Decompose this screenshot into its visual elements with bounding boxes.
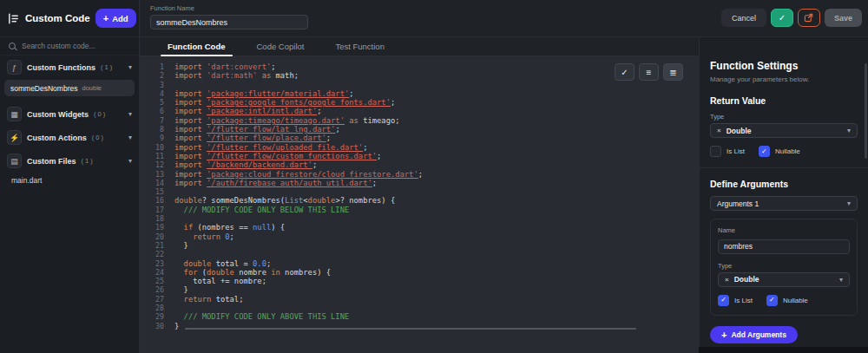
section-label: Custom Functions xyxy=(27,63,95,72)
double-type-icon: × xyxy=(717,127,721,134)
editor-toolbar: ✓ ≡ ≣ xyxy=(615,63,683,81)
code-line: 12import '/backend/backend.dart'; xyxy=(140,160,699,169)
code-line: 10import '/flutter_flow/uploaded_file.da… xyxy=(140,143,699,152)
section-count: ( 1 ) xyxy=(101,63,123,71)
align-icon: ≡ xyxy=(647,68,652,77)
code-line: 16double? sommeDesNombres(List<double>? … xyxy=(140,196,699,205)
plus-icon: + xyxy=(721,330,727,340)
code-line: 27 return total; xyxy=(140,295,699,304)
chevron-down-icon: ▾ xyxy=(839,276,843,284)
check-icon: ✓ xyxy=(761,148,767,155)
argument-type-value: Double xyxy=(734,275,834,284)
section-count: ( 1 ) xyxy=(82,157,123,165)
code-lines: 1import 'dart:convert';2import 'dart:mat… xyxy=(140,62,699,330)
search-icon xyxy=(9,42,16,49)
function-item-type: double xyxy=(82,84,102,92)
widgets-icon: ▦ xyxy=(7,107,22,121)
section-count: ( 0 ) xyxy=(94,110,123,118)
check-code-button[interactable]: ✓ xyxy=(615,63,635,81)
chevron-down-icon: ▾ xyxy=(128,63,132,71)
arguments-group-dropdown[interactable]: Arguments 1 ▾ xyxy=(710,196,858,211)
code-line: 9import '/flutter_flow/place.dart'; xyxy=(140,134,699,142)
plus-icon: + xyxy=(103,14,108,23)
argument-is-list-checkbox[interactable]: ✓ xyxy=(718,295,729,306)
code-line: 20 return 0; xyxy=(140,232,699,241)
function-name-label: Function Name xyxy=(150,4,721,12)
topbar: Function Name Cancel ✓ Save xyxy=(140,0,868,37)
argument-name-label: Name xyxy=(718,226,850,234)
argument-nullable-checkbox[interactable]: ✓ xyxy=(766,295,778,306)
function-name-input[interactable] xyxy=(150,15,308,29)
format-icon: ≣ xyxy=(669,68,676,77)
code-line: 24 for (double nombre in nombres) { xyxy=(140,268,699,277)
code-line: 15 xyxy=(140,187,699,196)
code-line: 21 } xyxy=(140,241,699,250)
return-is-list-checkbox[interactable] xyxy=(710,146,721,157)
section-label: Custom Widgets xyxy=(27,110,89,119)
return-nullable-checkbox[interactable]: ✓ xyxy=(759,146,770,157)
code-line: 26 } xyxy=(140,285,699,294)
return-type-dropdown[interactable]: × Double ▾ xyxy=(710,123,858,138)
code-line: 5import 'package:google_fonts/google_fon… xyxy=(140,98,699,107)
chevron-down-icon: ▾ xyxy=(128,157,132,165)
code-line: 22 xyxy=(140,250,699,258)
code-line: 3 xyxy=(140,81,699,89)
argument-editor: Name Type × Double ▾ ✓ Is List ✓ Nullabl… xyxy=(710,219,858,316)
format-code-button[interactable]: ≣ xyxy=(663,63,683,81)
files-icon: ▤ xyxy=(7,154,22,168)
list-item-main-dart[interactable]: main.dart xyxy=(0,173,139,188)
argument-type-label: Type xyxy=(718,262,850,270)
tab-bar: Function Code Code Copilot Test Function xyxy=(140,37,699,56)
code-export-button[interactable] xyxy=(798,9,820,27)
function-item-name: sommeDesNombres xyxy=(10,84,77,93)
add-button-label: Add xyxy=(112,14,128,23)
sidebar-item-custom-actions[interactable]: ⚡ Custom Actions ( 0 ) ▾ xyxy=(0,126,139,149)
section-count: ( 0 ) xyxy=(92,134,123,141)
function-name-group: Function Name xyxy=(150,4,721,29)
add-arguments-label: Add Arguments xyxy=(731,330,786,339)
is-list-label: Is List xyxy=(734,297,753,304)
code-line: 11import '/flutter_flow/custom_functions… xyxy=(140,152,699,160)
argument-flags-row: ✓ Is List ✓ Nullable xyxy=(718,295,850,306)
code-line: 23 double total = 0.0; xyxy=(140,259,699,268)
code-line: 25 total += nombre; xyxy=(140,277,699,285)
search-bar xyxy=(0,37,139,56)
sidebar-item-custom-files[interactable]: ▤ Custom Files ( 1 ) ▾ xyxy=(0,149,139,173)
vertical-scrollbar[interactable] xyxy=(865,63,867,159)
custom-code-icon xyxy=(7,12,20,25)
add-button[interactable]: + Add xyxy=(95,9,136,28)
argument-name-input[interactable] xyxy=(718,239,850,254)
chevron-down-icon: ▾ xyxy=(128,134,132,141)
tab-function-code[interactable]: Function Code xyxy=(152,37,241,56)
sidebar-item-custom-widgets[interactable]: ▦ Custom Widgets ( 0 ) ▾ xyxy=(0,102,139,126)
return-type-value: Double xyxy=(727,127,842,135)
return-value-heading: Return Value xyxy=(710,95,858,106)
tab-code-copilot[interactable]: Code Copilot xyxy=(241,37,320,56)
tab-test-function[interactable]: Test Function xyxy=(319,37,400,56)
code-line: 8import '/flutter_flow/lat_lng.dart'; xyxy=(140,125,699,134)
save-button[interactable]: Save xyxy=(825,9,862,27)
return-type-label: Type xyxy=(710,113,858,121)
code-editor[interactable]: ✓ ≡ ≣ 1import 'dart:convert';2import 'da… xyxy=(140,56,699,353)
align-code-button[interactable]: ≡ xyxy=(639,63,659,81)
code-line: 7import 'package:timeago/timeago.dart' a… xyxy=(140,116,699,125)
code-line: 13import 'package:cloud_firestore/cloud_… xyxy=(140,170,699,179)
return-flags-row: Is List ✓ Nullable xyxy=(710,146,858,157)
list-item-sommedesnombres[interactable]: sommeDesNombres double xyxy=(4,80,135,96)
validate-code-button[interactable]: ✓ xyxy=(771,9,793,27)
section-divider xyxy=(700,167,868,168)
search-input[interactable] xyxy=(22,42,130,50)
sidebar-item-custom-functions[interactable]: ƒ Custom Functions ( 1 ) ▾ xyxy=(0,56,139,79)
add-arguments-button[interactable]: + Add Arguments xyxy=(710,326,798,343)
cancel-button[interactable]: Cancel xyxy=(721,9,766,27)
horizontal-scrollbar[interactable] xyxy=(185,328,636,330)
code-line: 28 xyxy=(140,304,699,312)
code-line: 19 if (nombres == null) { xyxy=(140,223,699,232)
code-line: 17 /// MODIFY CODE ONLY BELOW THIS LINE xyxy=(140,206,699,214)
argument-type-dropdown[interactable]: × Double ▾ xyxy=(718,272,850,287)
code-line: 14import '/auth/firebase_auth/auth_util.… xyxy=(140,179,699,187)
code-line: 6import 'package:intl/intl.dart'; xyxy=(140,107,699,115)
function-settings-panel: Function Settings Manage your parameters… xyxy=(699,37,868,347)
nullable-label: Nullable xyxy=(783,297,808,304)
code-line: 29 /// MODIFY CODE ONLY ABOVE THIS LINE xyxy=(140,312,699,321)
